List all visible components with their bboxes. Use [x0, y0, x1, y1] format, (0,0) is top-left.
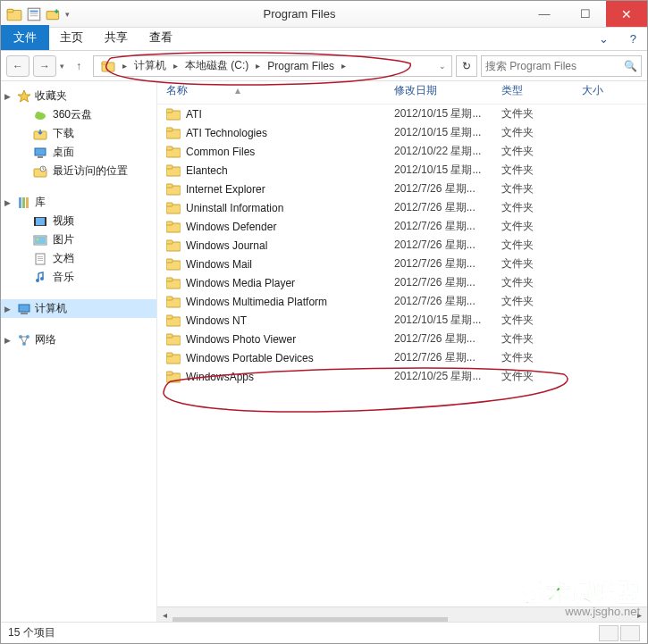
folder-row[interactable]: Windows Media Player2012/7/26 星期...文件夹 — [157, 273, 647, 292]
twisty-icon[interactable]: ▶ — [4, 198, 11, 207]
folder-row[interactable]: Windows Photo Viewer2012/7/26 星期...文件夹 — [157, 330, 647, 348]
file-type: 文件夹 — [501, 106, 582, 121]
maximize-button[interactable]: ☐ — [565, 1, 606, 27]
folder-row[interactable]: Windows Multimedia Platform2012/7/26 星期.… — [157, 292, 647, 311]
minimize-button[interactable]: — — [524, 1, 565, 27]
sidebar-item-pictures[interactable]: 图片 — [1, 230, 156, 249]
sidebar-libraries[interactable]: ▶ 库 — [1, 193, 156, 212]
qat-dropdown[interactable]: ▾ — [65, 10, 70, 19]
folder-row[interactable]: Elantech2012/10/15 星期...文件夹 — [157, 161, 647, 180]
svg-rect-4 — [30, 13, 38, 13]
sidebar-item-desktop[interactable]: 桌面 — [1, 143, 156, 162]
breadcrumb-sep[interactable]: ▸ — [172, 61, 180, 71]
sidebar-favorites[interactable]: ▶ 收藏夹 — [1, 87, 156, 105]
breadcrumb-drive[interactable]: 本地磁盘 (C:) — [180, 56, 254, 76]
tab-share[interactable]: 共享 — [94, 25, 139, 50]
folder-row[interactable]: Windows Defender2012/7/26 星期...文件夹 — [157, 217, 647, 236]
sidebar-item-label: 文档 — [53, 251, 74, 266]
svg-rect-14 — [38, 156, 43, 158]
file-name: ATI — [186, 108, 202, 121]
tab-view[interactable]: 查看 — [139, 25, 183, 50]
twisty-icon[interactable]: ▶ — [4, 92, 11, 101]
search-input[interactable] — [485, 60, 624, 72]
file-tab[interactable]: 文件 — [1, 25, 49, 50]
breadcrumb-folder[interactable]: Program Files — [262, 56, 340, 76]
view-details[interactable] — [599, 625, 619, 641]
svg-rect-30 — [38, 260, 43, 261]
column-name[interactable]: 名称 ▴ — [166, 83, 394, 98]
svg-rect-45 — [166, 165, 173, 169]
up-button[interactable]: ↑ — [68, 55, 89, 77]
scroll-left[interactable]: ◂ — [157, 607, 173, 623]
history-dropdown[interactable]: ▾ — [60, 62, 64, 71]
folder-row[interactable]: ATI Technologies2012/10/15 星期...文件夹 — [157, 123, 647, 142]
video-icon — [33, 214, 47, 229]
column-size[interactable]: 大小 — [582, 83, 647, 98]
folder-row[interactable]: Internet Explorer2012/7/26 星期...文件夹 — [157, 180, 647, 198]
tab-home[interactable]: 主页 — [49, 25, 94, 50]
file-name: ATI Technologies — [186, 127, 267, 139]
column-type[interactable]: 类型 — [501, 83, 582, 98]
svg-rect-8 — [102, 62, 107, 64]
column-date[interactable]: 修改日期 — [394, 83, 501, 98]
breadcrumb-root-icon[interactable] — [96, 56, 121, 76]
close-button[interactable]: ✕ — [606, 1, 647, 27]
search-icon[interactable]: 🔍 — [624, 60, 637, 72]
breadcrumb-computer[interactable]: 计算机 — [129, 56, 172, 76]
file-name: Windows Journal — [186, 239, 267, 252]
search-box[interactable]: 🔍 — [481, 55, 642, 77]
sidebar-item-label: 图片 — [53, 232, 74, 247]
file-name: Windows Portable Devices — [186, 352, 314, 364]
sidebar-item-360cloud[interactable]: 360云盘 — [1, 105, 156, 124]
file-type: 文件夹 — [501, 144, 582, 159]
folder-icon — [166, 238, 181, 253]
sidebar-item-downloads[interactable]: 下载 — [1, 124, 156, 143]
folder-icon — [166, 332, 181, 347]
back-button[interactable]: ← — [6, 55, 29, 77]
breadcrumb-sep[interactable]: ▸ — [121, 61, 129, 71]
folder-row[interactable]: Common Files2012/10/22 星期...文件夹 — [157, 142, 647, 161]
svg-rect-43 — [166, 146, 173, 150]
twisty-icon[interactable]: ▶ — [4, 305, 11, 314]
new-folder-icon[interactable] — [46, 6, 62, 22]
sidebar-label: 库 — [35, 195, 46, 210]
svg-point-32 — [40, 277, 44, 280]
folder-row[interactable]: Windows NT2012/10/15 星期...文件夹 — [157, 311, 647, 330]
music-icon — [33, 271, 47, 285]
folder-row[interactable]: Windows Portable Devices2012/7/26 星期...文… — [157, 348, 647, 367]
desktop-icon — [33, 146, 47, 160]
twisty-icon[interactable]: ▶ — [4, 336, 11, 345]
sidebar-item-label: 音乐 — [53, 270, 74, 285]
sidebar-item-videos[interactable]: 视频 — [1, 212, 156, 230]
breadcrumb-sep[interactable]: ▸ — [340, 61, 348, 71]
folder-row[interactable]: Windows Journal2012/7/26 星期...文件夹 — [157, 236, 647, 255]
help-icon[interactable]: ? — [619, 28, 647, 50]
address-dropdown[interactable]: ⌄ — [435, 62, 450, 71]
address-bar[interactable]: ▸ 计算机 ▸ 本地磁盘 (C:) ▸ Program Files ▸ ⌄ — [93, 55, 452, 77]
item-count: 15 个项目 — [8, 625, 55, 640]
folder-icon — [166, 163, 181, 178]
sidebar-item-recent[interactable]: 最近访问的位置 — [1, 162, 156, 180]
file-date: 2012/7/26 星期... — [394, 181, 501, 197]
folder-icon — [166, 257, 181, 272]
status-bar: 15 个项目 — [1, 622, 647, 643]
view-icons[interactable] — [620, 625, 640, 641]
folder-row[interactable]: Windows Mail2012/7/26 星期...文件夹 — [157, 255, 647, 273]
folder-row[interactable]: Uninstall Information2012/7/26 星期...文件夹 — [157, 198, 647, 217]
folder-row[interactable]: WindowsApps2012/10/25 星期...文件夹 — [157, 367, 647, 386]
ribbon-expand[interactable]: ⌄ — [588, 28, 619, 50]
sidebar-computer[interactable]: ▶ 计算机 — [1, 299, 156, 318]
forward-button[interactable]: → — [33, 55, 56, 77]
sidebar-item-music[interactable]: 音乐 — [1, 268, 156, 287]
folder-row[interactable]: ATI2012/10/15 星期...文件夹 — [157, 105, 647, 123]
breadcrumb-sep[interactable]: ▸ — [254, 61, 262, 71]
refresh-button[interactable]: ↻ — [456, 55, 477, 77]
title-bar: ▾ Program Files — ☐ ✕ — [1, 1, 647, 28]
svg-rect-49 — [166, 203, 173, 206]
file-name: Elantech — [186, 164, 228, 177]
properties-icon[interactable] — [26, 6, 42, 22]
watermark: 技术员联盟 www.jsgho.net — [524, 580, 640, 618]
scroll-thumb[interactable] — [173, 617, 448, 622]
sidebar-item-documents[interactable]: 文档 — [1, 249, 156, 268]
sidebar-network[interactable]: ▶ 网络 — [1, 330, 156, 349]
